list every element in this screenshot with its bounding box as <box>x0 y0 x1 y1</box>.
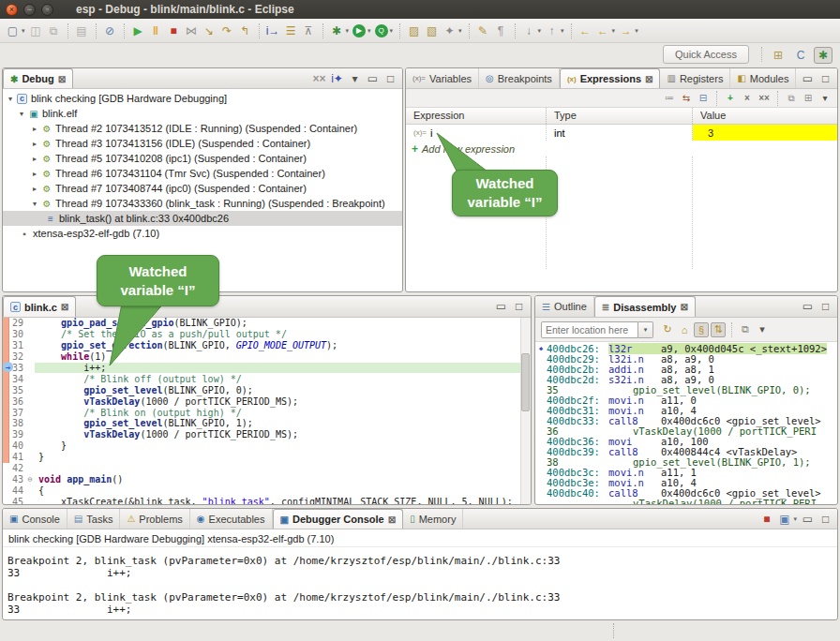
maximize-icon[interactable]: □ <box>818 70 833 86</box>
quick-access-button[interactable]: Quick Access <box>663 45 749 64</box>
scrollbar-thumb[interactable] <box>521 353 530 411</box>
back-icon[interactable]: ← <box>595 22 611 38</box>
disconnect-icon[interactable]: ⋈ <box>184 22 200 38</box>
close-icon[interactable]: ⊠ <box>680 302 687 312</box>
tree-row-thread[interactable]: ▸ ⚙ Thread #2 1073413512 (IDLE : Running… <box>3 121 402 136</box>
editor-scrollbar[interactable] <box>520 318 531 505</box>
tree-row-gdb[interactable]: ▪ xtensa-esp32-elf-gdb (7.10) <box>3 226 402 241</box>
tab-outline[interactable]: ☰ Outline <box>535 296 594 317</box>
forward-icon[interactable]: → <box>618 22 634 38</box>
collapse-all-icon[interactable]: ⊟ <box>696 91 711 105</box>
remove-expression-icon[interactable]: × <box>740 91 755 105</box>
fold-collapse-icon[interactable]: ⊖ <box>25 475 35 484</box>
line-number[interactable]: 43 <box>3 474 25 484</box>
step-return-icon[interactable]: ↰ <box>237 22 253 38</box>
view-menu-icon[interactable]: ▾ <box>755 322 770 337</box>
tab-executables[interactable]: ◉ Executables <box>190 509 273 529</box>
tab-breakpoints[interactable]: ◎ Breakpoints <box>479 68 560 88</box>
maximize-icon[interactable]: □ <box>818 299 833 315</box>
show-annotations-icon[interactable]: ¶ <box>493 22 509 38</box>
open-new-view-icon[interactable]: ⊞ <box>801 91 816 105</box>
tab-debug[interactable]: ✱ Debug ⊠ <box>3 68 73 88</box>
tab-problems[interactable]: ⚠ Problems <box>120 509 189 529</box>
tab-expressions[interactable]: (x) Expressions ⊠ <box>560 68 661 88</box>
expand-icon[interactable]: ▸ <box>29 170 40 178</box>
location-input[interactable] <box>541 321 638 338</box>
remove-all-expressions-icon[interactable]: ×× <box>757 91 772 105</box>
show-full-paths-icon[interactable]: ☰ <box>283 22 299 38</box>
debug-icon[interactable]: ✱ <box>329 22 345 38</box>
tab-modules[interactable]: ◧ Modules <box>730 68 796 88</box>
sync-with-context-icon[interactable]: ⇅ <box>711 322 726 337</box>
code-editor[interactable]: → 29 gpio_pad_select_gpio(BLINK_GPIO); 3… <box>3 318 531 505</box>
show-type-names-icon[interactable]: ≔ <box>662 91 677 105</box>
collapse-icon[interactable]: ▾ <box>5 95 16 103</box>
forward-dropdown-icon[interactable]: ▾ <box>635 27 638 35</box>
debug-dropdown-icon[interactable]: ▾ <box>346 27 350 35</box>
terminate-icon[interactable]: ■ <box>758 511 774 527</box>
run-icon[interactable]: ▶ <box>352 24 366 37</box>
close-window-icon[interactable]: × <box>6 4 18 16</box>
column-expression[interactable]: Expression <box>406 108 547 124</box>
minimize-window-icon[interactable]: − <box>23 4 36 16</box>
disassembly-listing[interactable]: ◆400dbc26:l32ra9, 0x400d045c <_stext+109… <box>535 342 837 505</box>
open-element-icon[interactable]: ▨ <box>406 22 422 38</box>
print-icon[interactable]: ▤ <box>74 22 90 38</box>
open-resource-icon[interactable]: ▧ <box>424 22 440 38</box>
back-dropdown-icon[interactable]: ▾ <box>612 27 616 35</box>
line-number[interactable]: 45 <box>3 497 25 505</box>
view-menu-icon[interactable]: ▾ <box>818 91 832 105</box>
line-number[interactable]: 42 <box>3 463 25 473</box>
next-annotation-dropdown-icon[interactable]: ▾ <box>538 27 542 35</box>
show-source-icon[interactable]: § <box>694 322 709 337</box>
tree-row-launch[interactable]: ▾ c blink checking [GDB Hardware Debuggi… <box>3 91 402 106</box>
suspend-icon[interactable]: ‖ <box>148 22 164 38</box>
external-tools-dropdown-icon[interactable]: ▾ <box>458 27 462 35</box>
tree-row-thread[interactable]: ▸ ⚙ Thread #5 1073410208 (ipc1) (Suspend… <box>3 151 402 166</box>
external-tools-icon[interactable]: ✦ <box>442 22 458 38</box>
instruction-stepping-mode-icon[interactable]: i✦ <box>329 70 345 86</box>
skip-all-breakpoints-icon[interactable]: ⊘ <box>102 22 118 38</box>
tab-debugger-console[interactable]: ▣ Debugger Console ⊠ <box>273 509 404 529</box>
minimize-icon[interactable]: ▭ <box>800 511 816 527</box>
tree-row-thread[interactable]: ▸ ⚙ Thread #6 1073431104 (Tmr Svc) (Susp… <box>3 166 402 181</box>
close-icon[interactable]: ⊠ <box>388 514 396 525</box>
new-icon[interactable]: ▢ <box>5 22 21 38</box>
step-into-icon[interactable]: ↘ <box>202 22 218 38</box>
tab-memory[interactable]: ▯ Memory <box>403 509 463 529</box>
line-number[interactable]: 44 <box>3 485 25 496</box>
add-expression-row[interactable]: + Add new expression <box>406 141 837 157</box>
minimize-icon[interactable]: ▭ <box>365 70 381 86</box>
step-over-icon[interactable]: ↷ <box>219 22 235 38</box>
terminate-icon[interactable]: ■ <box>166 22 182 38</box>
open-perspective-icon[interactable]: ⊞ <box>769 47 788 64</box>
expression-row[interactable]: (x)= i int 3 <box>406 125 837 141</box>
tab-tasks[interactable]: ▤ Tasks <box>68 509 121 529</box>
profile-icon[interactable]: Q <box>375 24 388 37</box>
minimize-icon[interactable]: ▭ <box>800 70 816 86</box>
tree-row-thread[interactable]: ▾ ⚙ Thread #9 1073433360 (blink_task : R… <box>3 196 402 211</box>
close-icon[interactable]: ⊠ <box>645 74 652 84</box>
collapse-icon[interactable]: ▾ <box>29 200 40 208</box>
instruction-stepping-icon[interactable]: i→ <box>265 22 281 38</box>
tree-row-stack-frame[interactable]: ≡ blink_task() at blink.c:33 0x400dbc26 <box>3 211 402 226</box>
tab-disassembly[interactable]: ≣ Disassembly ⊠ <box>594 296 696 317</box>
previous-annotation-dropdown-icon[interactable]: ▾ <box>561 27 564 35</box>
detach-view-icon[interactable]: ⧉ <box>784 91 799 105</box>
run-dropdown-icon[interactable]: ▾ <box>368 27 371 35</box>
detach-view-icon[interactable]: ⧉ <box>738 322 753 337</box>
view-menu-icon[interactable]: ▾ <box>347 70 363 86</box>
maximize-icon[interactable]: □ <box>511 299 527 315</box>
tab-registers[interactable]: ▥ Registers <box>660 68 730 88</box>
location-dropdown-icon[interactable]: ▾ <box>638 321 653 338</box>
show-logical-structures-icon[interactable]: ⇆ <box>679 91 694 105</box>
last-edit-location-icon[interactable]: ← <box>578 22 593 38</box>
profile-dropdown-icon[interactable]: ▾ <box>390 27 394 35</box>
tab-blink-c[interactable]: c blink.c ⊠ <box>3 296 76 317</box>
maximize-window-icon[interactable]: ▫ <box>41 4 53 16</box>
new-dropdown-icon[interactable]: ▾ <box>22 27 25 35</box>
expand-icon[interactable]: ▸ <box>29 140 40 148</box>
close-icon[interactable]: ⊠ <box>61 302 68 312</box>
display-selected-console-icon[interactable]: ▣ <box>776 511 792 527</box>
expand-icon[interactable]: ▸ <box>29 185 40 193</box>
